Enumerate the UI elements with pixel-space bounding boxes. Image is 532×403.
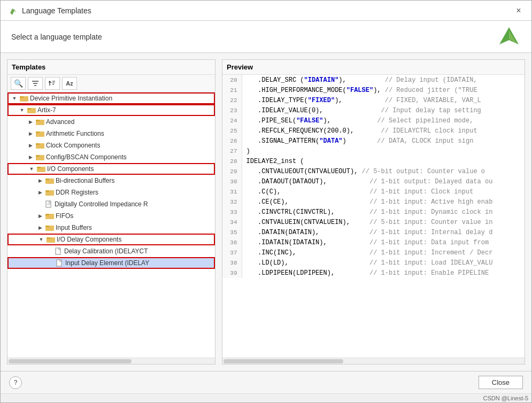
svg-rect-28: [46, 201, 51, 207]
tree-item-label: Advanced: [46, 118, 74, 126]
dialog-window: Language Templates × Select a language t…: [0, 0, 532, 403]
line-number: 21: [222, 85, 242, 95]
search-button[interactable]: 🔍: [11, 77, 26, 90]
tree-item-label: I/O Components: [47, 165, 94, 173]
tree-item-config[interactable]: ▶ Config/BSCAN Components: [7, 151, 215, 163]
code-content: .DELAY_SRC ("IDATAIN"), // Delay input (…: [242, 75, 525, 85]
code-row: 38 .LD(LD), // 1-bit input: Load IDELAY_…: [222, 258, 525, 268]
folder-icon: [20, 95, 28, 102]
az-sort-button[interactable]: Az: [62, 77, 77, 90]
tree-item-device-primitive[interactable]: ▼ Device Primitive Instantiation: [7, 92, 215, 104]
code-row: 32 .CE(CE), // 1-bit input: Active high …: [222, 197, 525, 207]
templates-panel: Templates 🔍 Az ▼ Device Primitive Instan…: [7, 59, 215, 365]
svg-rect-21: [36, 155, 40, 157]
code-row: 28 IDELAYE2_inst (: [222, 156, 525, 166]
line-number: 36: [222, 237, 242, 247]
expand-icon: ▶: [36, 212, 44, 220]
code-table: 20 .DELAY_SRC ("IDATAIN"), // Delay inpu…: [222, 75, 525, 278]
filter-button[interactable]: [28, 77, 43, 90]
tree-item-label: Input Buffers: [56, 224, 92, 231]
tree-item-bidirectional[interactable]: ▶ Bi-directional Buffers: [7, 175, 215, 187]
code-row: 20 .DELAY_SRC ("IDATAIN"), // Delay inpu…: [222, 75, 525, 85]
sort-button[interactable]: [45, 77, 60, 90]
code-row: 37 .INC(INC), // 1-bit input: Increment …: [222, 247, 525, 258]
tree-item-label: Config/BSCAN Components: [46, 153, 127, 161]
footer: ? Close: [1, 371, 531, 393]
line-number: 31: [222, 187, 242, 197]
tree-item-arithmetic[interactable]: ▶ Arithmetic Functions: [7, 128, 215, 140]
tree-item-advanced[interactable]: ▶ Advanced: [7, 116, 215, 128]
line-number: 28: [222, 156, 242, 166]
window-close-button[interactable]: ×: [512, 4, 525, 17]
tree-item-fifos[interactable]: ▶ FIFOs: [7, 210, 215, 222]
svg-rect-15: [36, 120, 40, 121]
tree-item-dci[interactable]: ▶ Digitally Controlled Impedance R: [7, 198, 215, 210]
h-scrollbar[interactable]: [7, 358, 215, 364]
tree-item-label: I/O Delay Components: [57, 236, 121, 243]
svg-rect-38: [57, 260, 61, 266]
code-content: .IDATAIN(IDATAIN), // 1-bit input: Data …: [242, 237, 525, 247]
code-content: IDELAYE2_inst (: [242, 156, 525, 166]
code-content: .REFCLK_FREQUENCY(200.0), // IDELAYCTRL …: [242, 126, 525, 136]
dialog-title: Language Templates: [22, 6, 91, 15]
code-content: .INC(INC), // 1-bit input: Increment / D…: [242, 247, 525, 258]
tree-item-delay-cal[interactable]: ▶ Delay Calibration (IDELAYCT: [7, 245, 215, 257]
expand-icon: ▼: [11, 95, 18, 102]
watermark-bar: CSDN @Linest-5: [1, 393, 531, 402]
svg-rect-13: [27, 108, 31, 110]
line-number: 30: [222, 176, 242, 187]
expand-icon: ▶: [36, 189, 44, 196]
line-number: 27: [222, 146, 242, 156]
code-row: 34 .CNTVALUEIN(CNTVALUEIN), // 5-bit inp…: [222, 217, 525, 227]
tree-item-label: Artix-7: [37, 106, 56, 114]
close-dialog-button[interactable]: Close: [479, 376, 523, 389]
svg-rect-23: [37, 167, 41, 168]
watermark-text: CSDN @Linest-5: [483, 395, 528, 401]
tree-item-artix7[interactable]: ▼ Artix-7: [7, 104, 215, 116]
tree-item-label: Digitally Controlled Impedance R: [55, 200, 148, 208]
code-content: .C(C), // 1-bit input: Clock input: [242, 187, 525, 197]
tree-item-input-delay[interactable]: ▶ Input Delay Element (IDELAY: [7, 257, 215, 269]
title-bar-left: Language Templates: [7, 5, 91, 16]
templates-label: Templates: [7, 60, 215, 75]
expand-icon: ▶: [27, 118, 34, 126]
help-button[interactable]: ?: [9, 376, 22, 389]
header-subtitle: Select a language template: [11, 33, 102, 41]
tree-item-clock[interactable]: ▶ Clock Components: [7, 140, 215, 151]
file-icon: [56, 259, 64, 267]
folder-icon: [45, 189, 54, 196]
app-icon: [7, 5, 18, 16]
preview-label: Preview: [222, 60, 525, 75]
tree-item-ddr[interactable]: ▶ DDR Registers: [7, 187, 215, 198]
tree-item-label: FIFOs: [56, 212, 73, 220]
folder-icon: [47, 236, 55, 243]
folder-icon: [37, 165, 45, 173]
tree-item-input-buffers[interactable]: ▶ Input Buffers: [7, 222, 215, 234]
line-number: 37: [222, 247, 242, 258]
file-icon: [55, 247, 63, 255]
code-row: 36 .IDATAIN(IDATAIN), // 1-bit input: Da…: [222, 237, 525, 247]
tree-item-io-delay[interactable]: ▼ I/O Delay Components: [7, 234, 215, 245]
code-content: .CE(CE), // 1-bit input: Active high ena…: [242, 197, 525, 207]
svg-rect-37: [56, 248, 60, 254]
line-number: 24: [222, 115, 242, 126]
code-content: .IDELAY_TYPE("FIXED"), // FIXED, VARIABL…: [242, 95, 525, 105]
code-row: 35 .DATAIN(DATAIN), // 1-bit input: Inte…: [222, 227, 525, 237]
folder-icon: [45, 224, 54, 231]
h-scrollbar-preview[interactable]: [222, 358, 525, 364]
code-row: 27 ): [222, 146, 525, 156]
code-content: .DATAIN(DATAIN), // 1-bit input: Interna…: [242, 227, 525, 237]
code-content: .SIGNAL_PATTERN("DATA") // DATA, CLOCK i…: [242, 136, 525, 146]
tree-item-io-components[interactable]: ▼ I/O Components: [7, 163, 215, 175]
folder-icon: [45, 212, 54, 220]
code-area[interactable]: 20 .DELAY_SRC ("IDATAIN"), // Delay inpu…: [222, 75, 525, 358]
code-row: 33 .CINVCTRL(CINVCTRL), // 1-bit input: …: [222, 207, 525, 217]
code-row: 24 .PIPE_SEL("FALSE"), // Select pipelin…: [222, 115, 525, 126]
expand-icon: ▶: [36, 177, 44, 184]
expand-icon: ▶: [36, 224, 44, 231]
tree-area[interactable]: ▼ Device Primitive Instantiation ▼ Artix…: [7, 92, 215, 358]
folder-icon: [45, 177, 54, 184]
code-row: 29 .CNTVALUEOUT(CNTVALUEOUT), // 5-bit o…: [222, 166, 525, 176]
svg-rect-34: [45, 226, 49, 227]
code-row: 31 .C(C), // 1-bit input: Clock input: [222, 187, 525, 197]
